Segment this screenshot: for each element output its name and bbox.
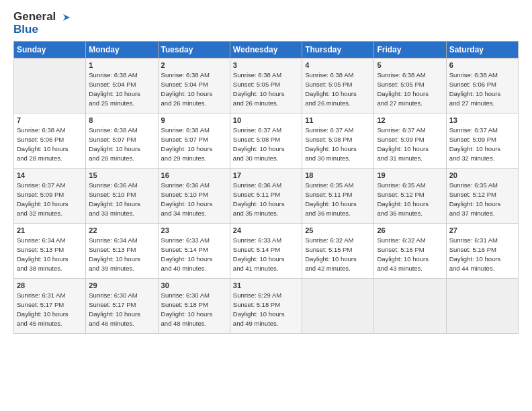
day-number: 22 (89, 226, 154, 234)
day-info: Sunrise: 6:38 AMSunset: 5:04 PMDaylight:… (161, 71, 227, 107)
column-header-saturday: Saturday (446, 42, 518, 58)
day-number: 18 (305, 171, 371, 179)
calendar-cell (14, 58, 86, 113)
calendar-cell: 6Sunrise: 6:38 AMSunset: 5:06 PMDaylight… (446, 58, 518, 113)
day-info: Sunrise: 6:35 AMSunset: 5:12 PMDaylight:… (449, 181, 515, 218)
day-info: Sunrise: 6:31 AMSunset: 5:16 PMDaylight:… (449, 236, 515, 273)
day-info: Sunrise: 6:32 AMSunset: 5:15 PMDaylight:… (305, 236, 371, 273)
day-number: 9 (161, 116, 227, 124)
day-info: Sunrise: 6:30 AMSunset: 5:18 PMDaylight:… (161, 291, 227, 328)
calendar-cell: 10Sunrise: 6:37 AMSunset: 5:08 PMDayligh… (230, 113, 302, 169)
day-number: 27 (449, 226, 515, 234)
calendar-cell: 4Sunrise: 6:38 AMSunset: 5:05 PMDaylight… (302, 58, 374, 113)
calendar-body: 1Sunrise: 6:38 AMSunset: 5:04 PMDaylight… (14, 58, 519, 334)
day-number: 6 (449, 61, 515, 69)
logo-text: General Blue (13, 11, 71, 36)
day-number: 2 (161, 61, 227, 69)
calendar-cell: 29Sunrise: 6:30 AMSunset: 5:17 PMDayligh… (86, 279, 158, 334)
header-row: SundayMondayTuesdayWednesdayThursdayFrid… (14, 42, 519, 58)
svg-marker-0 (63, 14, 70, 21)
calendar-cell: 31Sunrise: 6:29 AMSunset: 5:18 PMDayligh… (230, 279, 302, 334)
calendar-week-2: 7Sunrise: 6:38 AMSunset: 5:06 PMDaylight… (14, 113, 519, 169)
calendar-cell: 3Sunrise: 6:38 AMSunset: 5:05 PMDaylight… (230, 58, 302, 113)
day-number: 4 (305, 61, 371, 69)
calendar-cell: 8Sunrise: 6:38 AMSunset: 5:07 PMDaylight… (86, 113, 158, 169)
day-info: Sunrise: 6:38 AMSunset: 5:07 PMDaylight:… (89, 126, 154, 163)
calendar-cell: 26Sunrise: 6:32 AMSunset: 5:16 PMDayligh… (374, 224, 446, 279)
day-info: Sunrise: 6:34 AMSunset: 5:13 PMDaylight:… (17, 236, 83, 273)
day-info: Sunrise: 6:38 AMSunset: 5:05 PMDaylight:… (377, 71, 443, 107)
day-number: 11 (305, 116, 371, 124)
calendar-cell: 14Sunrise: 6:37 AMSunset: 5:09 PMDayligh… (14, 169, 86, 224)
day-info: Sunrise: 6:37 AMSunset: 5:09 PMDaylight:… (377, 126, 443, 163)
day-info: Sunrise: 6:36 AMSunset: 5:11 PMDaylight:… (233, 181, 299, 218)
calendar-cell: 27Sunrise: 6:31 AMSunset: 5:16 PMDayligh… (446, 224, 518, 279)
day-info: Sunrise: 6:36 AMSunset: 5:10 PMDaylight:… (161, 181, 227, 218)
calendar-cell: 1Sunrise: 6:38 AMSunset: 5:04 PMDaylight… (86, 58, 158, 113)
day-info: Sunrise: 6:36 AMSunset: 5:10 PMDaylight:… (89, 181, 154, 218)
day-number: 24 (233, 226, 299, 234)
day-number: 1 (89, 61, 154, 69)
day-number: 7 (17, 116, 83, 124)
day-info: Sunrise: 6:38 AMSunset: 5:06 PMDaylight:… (449, 71, 515, 107)
calendar-cell (302, 279, 374, 334)
calendar-week-3: 14Sunrise: 6:37 AMSunset: 5:09 PMDayligh… (14, 169, 519, 224)
calendar-week-5: 28Sunrise: 6:31 AMSunset: 5:17 PMDayligh… (14, 279, 519, 334)
calendar-cell: 28Sunrise: 6:31 AMSunset: 5:17 PMDayligh… (14, 279, 86, 334)
calendar-cell: 19Sunrise: 6:35 AMSunset: 5:12 PMDayligh… (374, 169, 446, 224)
day-number: 3 (233, 61, 299, 69)
column-header-sunday: Sunday (14, 42, 86, 58)
page-container: General Blue SundayMondayTuesdayWednesda… (0, 0, 532, 340)
calendar-cell: 17Sunrise: 6:36 AMSunset: 5:11 PMDayligh… (230, 169, 302, 224)
calendar-cell: 20Sunrise: 6:35 AMSunset: 5:12 PMDayligh… (446, 169, 518, 224)
day-info: Sunrise: 6:33 AMSunset: 5:14 PMDaylight:… (161, 236, 227, 273)
calendar-cell: 12Sunrise: 6:37 AMSunset: 5:09 PMDayligh… (374, 113, 446, 169)
day-info: Sunrise: 6:35 AMSunset: 5:11 PMDaylight:… (305, 181, 371, 218)
calendar-cell: 2Sunrise: 6:38 AMSunset: 5:04 PMDaylight… (158, 58, 230, 113)
day-info: Sunrise: 6:31 AMSunset: 5:17 PMDaylight:… (17, 291, 83, 328)
column-header-wednesday: Wednesday (230, 42, 302, 58)
calendar-table: SundayMondayTuesdayWednesdayThursdayFrid… (13, 41, 519, 334)
day-number: 5 (377, 61, 443, 69)
day-info: Sunrise: 6:37 AMSunset: 5:08 PMDaylight:… (305, 126, 371, 163)
day-number: 16 (161, 171, 227, 179)
day-info: Sunrise: 6:30 AMSunset: 5:17 PMDaylight:… (89, 291, 154, 328)
day-info: Sunrise: 6:38 AMSunset: 5:06 PMDaylight:… (17, 126, 83, 163)
calendar-cell: 25Sunrise: 6:32 AMSunset: 5:15 PMDayligh… (302, 224, 374, 279)
day-number: 25 (305, 226, 371, 234)
day-number: 20 (449, 171, 515, 179)
calendar-cell: 11Sunrise: 6:37 AMSunset: 5:08 PMDayligh… (302, 113, 374, 169)
day-number: 13 (449, 116, 515, 124)
calendar-cell: 18Sunrise: 6:35 AMSunset: 5:11 PMDayligh… (302, 169, 374, 224)
calendar-cell: 15Sunrise: 6:36 AMSunset: 5:10 PMDayligh… (86, 169, 158, 224)
column-header-tuesday: Tuesday (158, 42, 230, 58)
logo: General Blue (13, 11, 71, 36)
page-header: General Blue (13, 11, 519, 36)
calendar-cell: 22Sunrise: 6:34 AMSunset: 5:13 PMDayligh… (86, 224, 158, 279)
day-number: 26 (377, 226, 443, 234)
day-info: Sunrise: 6:29 AMSunset: 5:18 PMDaylight:… (233, 291, 299, 328)
day-number: 12 (377, 116, 443, 124)
column-header-monday: Monday (86, 42, 158, 58)
day-number: 19 (377, 171, 443, 179)
calendar-cell: 21Sunrise: 6:34 AMSunset: 5:13 PMDayligh… (14, 224, 86, 279)
day-number: 8 (89, 116, 154, 124)
calendar-cell: 7Sunrise: 6:38 AMSunset: 5:06 PMDaylight… (14, 113, 86, 169)
day-number: 10 (233, 116, 299, 124)
calendar-cell: 30Sunrise: 6:30 AMSunset: 5:18 PMDayligh… (158, 279, 230, 334)
day-info: Sunrise: 6:34 AMSunset: 5:13 PMDaylight:… (89, 236, 154, 273)
day-number: 31 (233, 281, 299, 289)
day-info: Sunrise: 6:38 AMSunset: 5:04 PMDaylight:… (89, 71, 154, 107)
calendar-cell: 5Sunrise: 6:38 AMSunset: 5:05 PMDaylight… (374, 58, 446, 113)
day-info: Sunrise: 6:38 AMSunset: 5:07 PMDaylight:… (161, 126, 227, 163)
column-header-thursday: Thursday (302, 42, 374, 58)
logo-bird-icon (59, 11, 71, 24)
day-info: Sunrise: 6:37 AMSunset: 5:09 PMDaylight:… (17, 181, 83, 218)
day-info: Sunrise: 6:33 AMSunset: 5:14 PMDaylight:… (233, 236, 299, 273)
day-number: 29 (89, 281, 154, 289)
calendar-cell (374, 279, 446, 334)
day-info: Sunrise: 6:32 AMSunset: 5:16 PMDaylight:… (377, 236, 443, 273)
calendar-week-4: 21Sunrise: 6:34 AMSunset: 5:13 PMDayligh… (14, 224, 519, 279)
calendar-cell (446, 279, 518, 334)
day-number: 28 (17, 281, 83, 289)
